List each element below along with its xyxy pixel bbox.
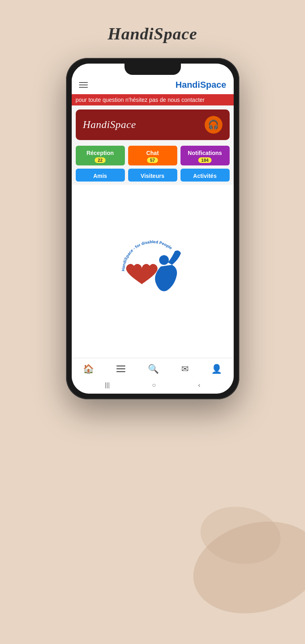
svg-rect-3	[116, 368, 125, 369]
nav-home-icon[interactable]: 🏠	[80, 362, 97, 376]
android-back-btn[interactable]: ‹	[198, 382, 200, 389]
handispace-logo: HandiSpace - for disabled People	[112, 231, 193, 312]
nav-mail-icon[interactable]: ✉	[178, 362, 192, 376]
brand-title: HandiSpace	[108, 24, 197, 43]
notifications-label: Notifications	[188, 150, 222, 156]
chat-button[interactable]: Chat 57	[128, 146, 177, 165]
logo-container: HandiSpace - for disabled People	[112, 231, 193, 312]
bottom-nav: 🏠 🔍 ✉ 👤	[72, 358, 234, 378]
notifications-badge: 184	[198, 157, 211, 163]
nav-menu-icon[interactable]	[113, 364, 129, 374]
header-logo: HandiSpace	[83, 119, 136, 131]
headset-icon: 🎧	[205, 116, 222, 134]
screen: HandiSpace pour toute question n'hésitez…	[72, 64, 234, 394]
svg-point-0	[159, 255, 169, 265]
phone-frame: HandiSpace pour toute question n'hésitez…	[66, 58, 239, 399]
hamburger-menu-icon[interactable]	[79, 82, 88, 88]
activites-button[interactable]: Activités	[181, 169, 230, 182]
chat-label: Chat	[146, 150, 159, 156]
reception-label: Réception	[87, 150, 114, 156]
svg-rect-2	[116, 365, 125, 367]
marquee-text: pour toute question n'hésitez pas de nou…	[76, 97, 205, 103]
reception-badge: 22	[95, 157, 105, 163]
reception-button[interactable]: Réception 22	[76, 146, 125, 165]
nav-profile-icon[interactable]: 👤	[208, 362, 225, 376]
nav-search-icon[interactable]: 🔍	[145, 362, 162, 376]
amis-button[interactable]: Amis	[76, 169, 125, 182]
app-name-header: HandiSpace	[176, 80, 226, 90]
main-content: HandiSpace - for disabled People	[72, 185, 234, 358]
notch	[124, 64, 181, 75]
amis-label: Amis	[93, 173, 107, 179]
svg-rect-4	[116, 371, 125, 372]
header-card: HandiSpace 🎧	[76, 109, 230, 140]
android-home-btn[interactable]: ○	[152, 382, 156, 389]
marquee-banner: pour toute question n'hésitez pas de nou…	[72, 94, 234, 105]
visiteurs-label: Visiteurs	[141, 173, 164, 179]
button-grid: Réception 22 Chat 57 Notifications 184 A…	[72, 146, 234, 182]
chat-badge: 57	[147, 157, 158, 163]
visiteurs-button[interactable]: Visiteurs	[128, 169, 177, 182]
page-wrapper: HandiSpace HandiSpace pour toute questio…	[0, 0, 305, 399]
activites-label: Activités	[193, 173, 216, 179]
phone-inner: HandiSpace pour toute question n'hésitez…	[72, 64, 234, 394]
android-nav: ||| ○ ‹	[72, 378, 234, 394]
notifications-button[interactable]: Notifications 184	[181, 146, 230, 165]
android-recent-btn[interactable]: |||	[105, 382, 110, 389]
